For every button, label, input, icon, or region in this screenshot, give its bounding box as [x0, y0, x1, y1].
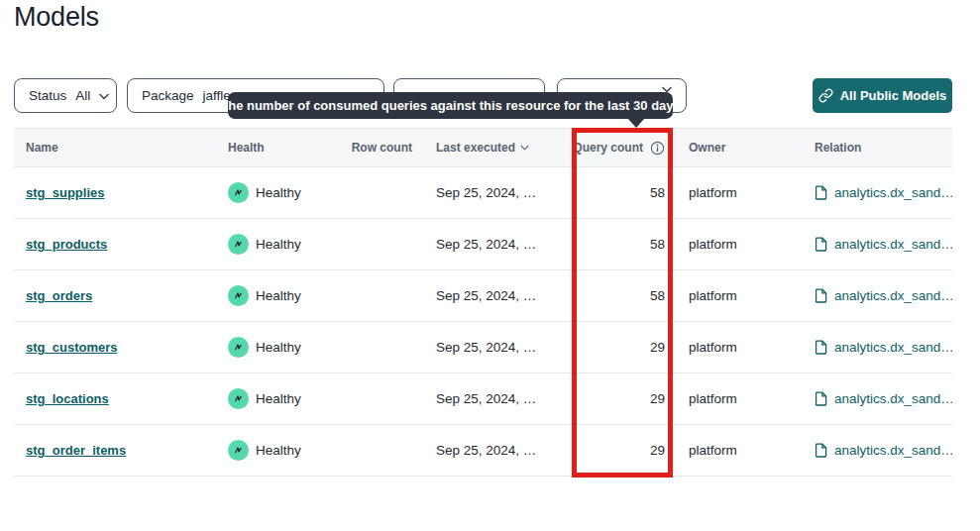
last-executed-header-label: Last executed [436, 141, 515, 155]
health-pulse-badge-icon [228, 388, 249, 409]
query-count-cell: 58 [574, 219, 677, 270]
health-label: Healthy [256, 340, 301, 355]
health-pulse-badge-icon [228, 234, 249, 255]
package-filter-label: Package [142, 88, 194, 103]
row-count-cell [349, 373, 424, 425]
health-pulse-badge-icon [228, 337, 249, 358]
health-cell: Healthy [216, 373, 349, 425]
last-executed-cell: Sep 25, 2024, … [424, 270, 574, 322]
table-row: stg_order_items Healthy Sep 25, 2024, … … [14, 425, 952, 477]
file-icon [815, 288, 827, 303]
owner-cell: platform [677, 219, 803, 270]
relation-cell: analytics.dx_sand… [803, 373, 952, 425]
model-name-link[interactable]: stg_customers [26, 340, 117, 355]
health-pulse-badge-icon [228, 182, 249, 203]
name-cell: stg_supplies [14, 167, 216, 219]
query-count-cell: 58 [574, 167, 677, 219]
name-cell: stg_products [14, 219, 216, 270]
health-label: Healthy [256, 288, 301, 303]
column-header-health: Health [216, 129, 349, 166]
tooltip-arrow [628, 119, 644, 128]
query-count-cell: 58 [574, 270, 677, 322]
relation-link[interactable]: analytics.dx_sand… [834, 340, 952, 355]
status-filter-dropdown[interactable]: Status All [14, 78, 117, 113]
all-public-models-button[interactable]: All Public Models [813, 78, 952, 113]
status-filter-value: All [75, 88, 90, 103]
models-page: Models Status All Package jaffle_ All [0, 0, 980, 531]
row-count-cell [349, 270, 424, 322]
table-body: stg_supplies Healthy Sep 25, 2024, … 58 … [14, 167, 952, 477]
file-icon [815, 443, 827, 458]
name-cell: stg_orders [14, 270, 216, 322]
column-header-owner: Owner [677, 129, 803, 166]
table-header-row: Name Health Row count Last executed Quer… [14, 128, 952, 167]
relation-link[interactable]: analytics.dx_sand… [834, 391, 952, 406]
last-executed-cell: Sep 25, 2024, … [424, 167, 574, 219]
column-header-name: Name [14, 129, 216, 166]
model-name-link[interactable]: stg_locations [26, 391, 109, 406]
last-executed-cell: Sep 25, 2024, … [424, 322, 574, 373]
link-icon [818, 88, 833, 103]
row-count-cell [349, 322, 424, 373]
file-icon [815, 391, 827, 406]
owner-cell: platform [677, 425, 803, 477]
sort-chevron-down-icon [520, 145, 529, 151]
row-count-cell [349, 219, 424, 270]
query-count-cell: 29 [574, 425, 677, 477]
file-icon [815, 237, 827, 252]
health-cell: Healthy [216, 167, 349, 219]
health-cell: Healthy [216, 270, 349, 322]
table-row: stg_products Healthy Sep 25, 2024, … 58 … [14, 219, 952, 270]
health-label: Healthy [256, 391, 301, 406]
table-row: stg_orders Healthy Sep 25, 2024, … 58 pl… [14, 270, 952, 322]
row-count-cell [349, 167, 424, 219]
health-cell: Healthy [216, 219, 349, 270]
status-filter-label: Status [29, 88, 66, 103]
table-row: stg_supplies Healthy Sep 25, 2024, … 58 … [14, 167, 952, 219]
relation-link[interactable]: analytics.dx_sand… [834, 237, 952, 252]
relation-cell: analytics.dx_sand… [803, 167, 952, 219]
last-executed-cell: Sep 25, 2024, … [424, 219, 574, 270]
relation-link[interactable]: analytics.dx_sand… [834, 443, 952, 458]
info-icon[interactable] [650, 141, 665, 156]
column-header-last-executed[interactable]: Last executed [424, 129, 574, 166]
relation-cell: analytics.dx_sand… [803, 270, 952, 322]
column-header-relation: Relation [803, 129, 952, 166]
model-name-link[interactable]: stg_products [26, 237, 107, 252]
last-executed-cell: Sep 25, 2024, … [424, 425, 574, 477]
table-row: stg_customers Healthy Sep 25, 2024, … 29… [14, 322, 952, 373]
owner-cell: platform [677, 167, 803, 219]
all-public-models-label: All Public Models [840, 88, 947, 103]
page-title: Models [14, 2, 99, 33]
query-count-header-label: Query count [573, 141, 643, 155]
name-cell: stg_order_items [14, 425, 216, 477]
models-table: Name Health Row count Last executed Quer… [14, 128, 952, 477]
owner-cell: platform [677, 322, 803, 373]
health-pulse-badge-icon [228, 440, 249, 461]
model-name-link[interactable]: stg_supplies [26, 185, 104, 200]
relation-link[interactable]: analytics.dx_sand… [834, 185, 952, 200]
file-icon [815, 340, 827, 355]
column-header-row-count: Row count [349, 129, 424, 166]
relation-cell: analytics.dx_sand… [803, 425, 952, 477]
health-pulse-badge-icon [228, 285, 249, 306]
relation-link[interactable]: analytics.dx_sand… [834, 288, 952, 303]
query-count-tooltip: The number of consumed queries against t… [228, 92, 673, 119]
last-executed-cell: Sep 25, 2024, … [424, 373, 574, 425]
tooltip-text: The number of consumed queries against t… [220, 98, 681, 113]
name-cell: stg_customers [14, 322, 216, 373]
table-row: stg_locations Healthy Sep 25, 2024, … 29… [14, 373, 952, 425]
query-count-cell: 29 [574, 322, 677, 373]
model-name-link[interactable]: stg_orders [26, 288, 92, 303]
row-count-cell [349, 425, 424, 477]
owner-cell: platform [677, 270, 803, 322]
relation-cell: analytics.dx_sand… [803, 322, 952, 373]
health-cell: Healthy [216, 425, 349, 477]
health-label: Healthy [256, 237, 301, 252]
model-name-link[interactable]: stg_order_items [26, 443, 126, 458]
health-label: Healthy [256, 443, 301, 458]
column-header-query-count: Query count [574, 129, 677, 166]
owner-cell: platform [677, 373, 803, 425]
name-cell: stg_locations [14, 373, 216, 425]
health-cell: Healthy [216, 322, 349, 373]
